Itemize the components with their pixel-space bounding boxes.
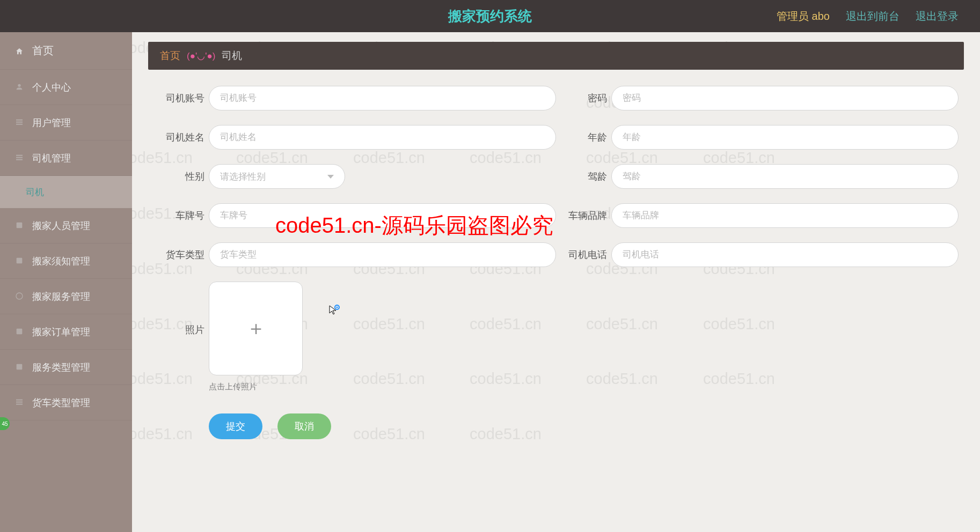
sidebar-item-home[interactable]: 首页 [0, 32, 132, 70]
label-age: 年龄 [556, 131, 607, 144]
label-drive-age: 驾龄 [556, 170, 607, 183]
label-gender: 性别 [153, 170, 204, 183]
svg-rect-13 [16, 401, 23, 402]
svg-rect-3 [16, 123, 23, 124]
svg-rect-5 [16, 157, 23, 158]
svg-rect-1 [16, 119, 23, 120]
select-gender[interactable]: 请选择性别 [209, 164, 345, 189]
cancel-button[interactable]: 取消 [277, 413, 331, 439]
plus-icon: ＋ [246, 315, 266, 342]
sidebar-item-label: 用户管理 [32, 116, 71, 129]
input-driver-account[interactable] [209, 86, 556, 110]
sidebar-item-label: 搬家人员管理 [32, 219, 90, 232]
sidebar: 首页 个人中心 用户管理 司机管理 司机 搬家人员管理 搬家须知管理 搬家服务管… [0, 32, 132, 532]
sidebar-item-label: 首页 [32, 43, 54, 58]
svg-rect-6 [16, 159, 23, 160]
people-icon [15, 221, 25, 231]
svg-rect-14 [16, 403, 23, 404]
admin-label[interactable]: 管理员 abo [777, 9, 830, 24]
sidebar-item-users[interactable]: 用户管理 [0, 105, 132, 141]
label-plate: 车牌号 [153, 209, 204, 222]
sidebar-item-label: 服务类型管理 [32, 361, 90, 374]
label-driver-account: 司机账号 [153, 92, 204, 105]
svg-rect-11 [17, 364, 23, 370]
app-title: 搬家预约系统 [448, 7, 532, 26]
upload-hint: 点击上传照片 [209, 382, 303, 392]
upload-photo[interactable]: ＋ [209, 282, 303, 375]
select-gender-placeholder: 请选择性别 [220, 171, 266, 183]
sidebar-item-label: 个人中心 [32, 81, 71, 94]
sidebar-item-label: 搬家须知管理 [32, 255, 90, 268]
order-icon [15, 327, 25, 337]
home-icon [15, 46, 25, 56]
sidebar-item-label: 搬家服务管理 [32, 290, 90, 303]
sidebar-item-label: 货车类型管理 [32, 396, 90, 409]
svg-rect-8 [17, 257, 23, 263]
breadcrumb-face: (●'◡'●) [187, 50, 215, 62]
svg-rect-7 [17, 222, 23, 228]
input-driver-name[interactable] [209, 125, 556, 150]
sidebar-sub-driver[interactable]: 司机 [0, 176, 132, 208]
sidebar-item-service-type[interactable]: 服务类型管理 [0, 350, 132, 385]
to-front-link[interactable]: 退出到前台 [846, 9, 899, 24]
breadcrumb-current: 司机 [222, 49, 242, 63]
label-truck-type: 货车类型 [153, 248, 204, 261]
doc-icon [15, 256, 25, 266]
sidebar-item-notice[interactable]: 搬家须知管理 [0, 243, 132, 279]
label-driver-name: 司机姓名 [153, 131, 204, 144]
sidebar-item-label: 搬家订单管理 [32, 326, 90, 338]
truck-icon [15, 398, 25, 408]
sidebar-item-truck-type[interactable]: 货车类型管理 [0, 385, 132, 420]
submit-button[interactable]: 提交 [209, 413, 262, 439]
chevron-down-icon [327, 175, 334, 179]
breadcrumb-home[interactable]: 首页 [160, 49, 180, 63]
driver-form: 司机账号 密码 司机姓名 年龄 [148, 70, 964, 439]
logout-link[interactable]: 退出登录 [916, 9, 959, 24]
breadcrumb: 首页 (●'◡'●) 司机 [148, 42, 964, 70]
input-drive-age[interactable] [611, 164, 959, 189]
list-icon [15, 118, 25, 128]
input-age[interactable] [611, 125, 959, 150]
label-photo: 照片 [153, 323, 204, 336]
sidebar-sub-label: 司机 [26, 186, 44, 198]
svg-rect-4 [16, 154, 23, 156]
svg-rect-12 [16, 399, 23, 400]
sidebar-item-drivers[interactable]: 司机管理 [0, 141, 132, 176]
sidebar-item-orders[interactable]: 搬家订单管理 [0, 314, 132, 350]
svg-rect-10 [17, 328, 23, 334]
label-phone: 司机电话 [556, 248, 607, 261]
user-icon [15, 83, 25, 92]
svg-point-9 [16, 293, 23, 299]
input-brand[interactable] [611, 203, 959, 228]
main-area: 首页 (●'◡'●) 司机 司机账号 密码 司机姓名 [132, 32, 980, 532]
sidebar-item-service[interactable]: 搬家服务管理 [0, 279, 132, 314]
app-header: 搬家预约系统 管理员 abo 退出到前台 退出登录 [0, 0, 980, 32]
driver-icon [15, 153, 25, 163]
input-plate[interactable] [209, 203, 556, 228]
type-icon [15, 363, 25, 372]
service-icon [15, 292, 25, 301]
svg-point-0 [18, 84, 20, 86]
label-brand: 车辆品牌 [556, 209, 607, 222]
sidebar-item-label: 司机管理 [32, 152, 71, 165]
label-password: 密码 [556, 92, 607, 105]
svg-rect-2 [16, 121, 23, 122]
sidebar-item-movers[interactable]: 搬家人员管理 [0, 208, 132, 243]
sidebar-item-profile[interactable]: 个人中心 [0, 70, 132, 105]
input-phone[interactable] [611, 242, 959, 267]
input-password[interactable] [611, 86, 959, 110]
input-truck-type[interactable] [209, 242, 556, 267]
